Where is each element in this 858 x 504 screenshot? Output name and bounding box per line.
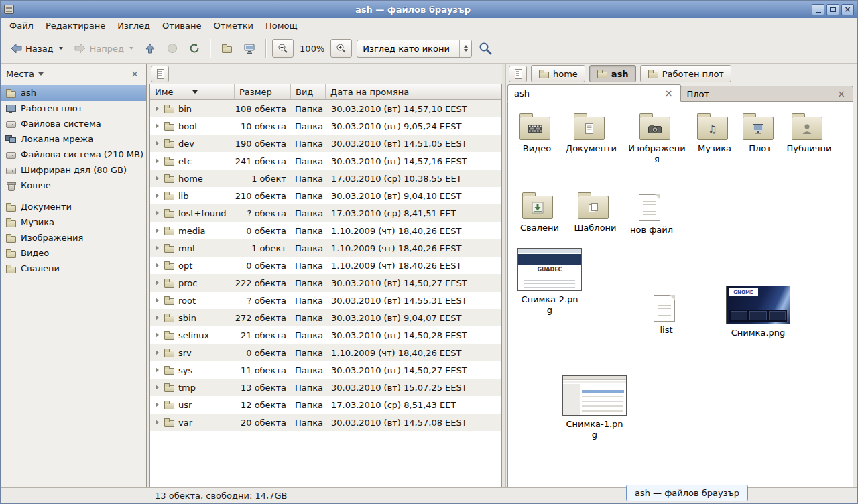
sidebar-item-music[interactable]: Музика	[1, 214, 146, 230]
table-row[interactable]: opt0 обектаПапка1.10.2009 (чт) 18,40,26 …	[150, 257, 501, 274]
computer-button[interactable]	[239, 40, 260, 58]
table-row[interactable]: selinux21 обектаПапка30.03.2010 (вт) 14,…	[150, 326, 501, 344]
table-row[interactable]: srv0 обектаПапка1.10.2009 (чт) 18,40,26 …	[150, 344, 501, 361]
menu-file[interactable]: Файл	[3, 19, 40, 32]
expander-icon[interactable]	[156, 350, 159, 355]
folder-item-documents[interactable]: Документи	[562, 113, 616, 154]
file-item-snimka[interactable]: GNOME Store Снимка.png	[721, 286, 795, 338]
expander-icon[interactable]	[156, 193, 159, 198]
menu-help[interactable]: Помощ	[259, 19, 304, 32]
table-row[interactable]: dev190 обектаПапка30.03.2010 (вт) 14,51,…	[150, 135, 501, 152]
table-row[interactable]: lost+found? обектаПапка17.03.2010 (ср) 8…	[150, 204, 501, 222]
table-row[interactable]: sbin272 обектаПапка30.03.2010 (вт) 9,04,…	[150, 309, 501, 326]
up-button[interactable]	[140, 40, 160, 57]
table-row[interactable]: tmp13 обектаПапка30.03.2010 (вт) 15,07,2…	[150, 379, 501, 396]
zoom-out-button[interactable]	[272, 39, 294, 58]
sidebar-item-downloads[interactable]: Свалени	[1, 261, 146, 276]
expander-icon[interactable]	[156, 141, 159, 146]
expander-icon[interactable]	[156, 106, 159, 111]
sidebar-item-documents[interactable]: Документи	[1, 199, 146, 214]
expander-icon[interactable]	[156, 210, 159, 216]
table-row[interactable]: bin108 обектаПапка30.03.2010 (вт) 14,57,…	[150, 100, 501, 117]
expander-icon[interactable]	[156, 420, 159, 425]
file-item-snimka1[interactable]: Снимка-1.png	[558, 375, 631, 441]
menu-edit[interactable]: Редактиране	[40, 19, 111, 32]
column-header-date[interactable]: Дата на промяна	[326, 84, 501, 100]
table-row[interactable]: boot10 обектаПапка30.03.2010 (вт) 9,05,2…	[150, 117, 501, 135]
table-row[interactable]: var20 обектаПапка30.03.2010 (вт) 14,57,0…	[150, 414, 501, 431]
search-button[interactable]	[474, 38, 497, 58]
tab-close-icon[interactable]: ×	[836, 89, 847, 99]
column-header-name[interactable]: Име	[150, 84, 235, 100]
menu-bookmarks[interactable]: Отметки	[207, 19, 259, 32]
sidebar-item-filesystem-210mb[interactable]: Файлова система (210 MB)	[1, 147, 146, 162]
back-button[interactable]: Назад	[5, 40, 68, 57]
column-header-type[interactable]: Вид	[291, 84, 326, 100]
table-row[interactable]: etc241 обектаПапка30.03.2010 (вт) 14,57,…	[150, 152, 501, 170]
file-item-snimka2[interactable]: GUADEC Снимка-2.png	[513, 248, 587, 316]
sidebar-item-videos[interactable]: Видео	[1, 245, 146, 261]
expander-icon[interactable]	[156, 332, 159, 338]
maximize-button[interactable]	[826, 4, 839, 15]
expander-icon[interactable]	[156, 280, 159, 286]
close-button[interactable]: ×	[841, 4, 854, 15]
table-row[interactable]: usr12 обектаПапка17.03.2010 (ср) 8,51,43…	[150, 396, 501, 414]
expander-icon[interactable]	[156, 245, 159, 251]
table-row[interactable]: sys11 обектаПапка30.03.2010 (вт) 14,50,2…	[150, 361, 501, 379]
table-row[interactable]: home1 обектПапка17.03.2010 (ср) 10,38,55…	[150, 170, 501, 187]
reload-button[interactable]	[184, 40, 204, 57]
file-item-new-file[interactable]: нов файл	[623, 192, 676, 235]
view-mode-select[interactable]: Изглед като икони	[357, 40, 472, 58]
expander-icon[interactable]	[156, 298, 159, 303]
table-row[interactable]: media0 обектаПапка1.10.2009 (чт) 18,40,2…	[150, 222, 501, 239]
sidebar-item-ash[interactable]: ash	[1, 85, 146, 101]
icon-view[interactable]: Видео Документи Изображения ♫ Музика Пло…	[507, 102, 853, 487]
chevron-down-icon[interactable]	[38, 72, 44, 76]
expander-icon[interactable]	[156, 263, 159, 268]
tab-close-icon[interactable]: ×	[664, 88, 674, 98]
folder-item-templates[interactable]: Шаблони	[566, 192, 620, 233]
folder-item-pictures[interactable]: Изображения	[628, 113, 682, 166]
column-header-size[interactable]: Размер	[235, 84, 291, 100]
folder-item-desktop[interactable]: Плот	[731, 113, 785, 154]
expander-icon[interactable]	[156, 402, 159, 407]
sidebar-item-filesystem[interactable]: Файлова система	[1, 116, 146, 131]
folder-item-video[interactable]: Видео	[508, 113, 562, 154]
tab-ash[interactable]: ash×	[507, 84, 681, 102]
breadcrumb-home[interactable]: home	[531, 65, 585, 82]
sidebar-item-encrypted[interactable]: Шифриран дял (80 GB)	[1, 162, 146, 178]
home-button[interactable]	[217, 40, 237, 57]
location-toggle-button[interactable]	[151, 66, 169, 82]
sidebar-close-icon[interactable]: ×	[129, 69, 141, 78]
breadcrumb-desktop[interactable]: Работен плот	[640, 65, 731, 82]
menu-go[interactable]: Отиване	[156, 19, 207, 32]
expander-icon[interactable]	[156, 367, 159, 373]
table-row[interactable]: proc222 обектаПапка30.03.2010 (вт) 14,50…	[150, 274, 501, 292]
expander-icon[interactable]	[156, 385, 159, 390]
location-toggle-button[interactable]	[509, 66, 527, 82]
expander-icon[interactable]	[156, 176, 159, 181]
sidebar-item-trash[interactable]: Кошче	[1, 178, 146, 193]
sidebar-item-network[interactable]: Локална мрежа	[1, 131, 146, 147]
titlebar[interactable]: ash — файлов браузър ×	[1, 1, 857, 18]
sidebar-item-desktop[interactable]: Работен плот	[1, 101, 146, 116]
expander-icon[interactable]	[156, 228, 159, 233]
folder-item-public[interactable]: Публични	[780, 113, 834, 154]
expander-icon[interactable]	[156, 158, 159, 164]
zoom-in-button[interactable]	[330, 39, 352, 58]
tab-plot[interactable]: Плот×	[681, 86, 854, 102]
forward-button[interactable]: Напред	[70, 40, 138, 57]
expander-icon[interactable]	[156, 315, 159, 320]
table-row[interactable]: mnt1 обектПапка1.10.2009 (чт) 18,40,26 E…	[150, 239, 501, 257]
menu-view[interactable]: Изглед	[111, 19, 156, 32]
file-item-list[interactable]: list	[637, 292, 691, 336]
table-row[interactable]: lib210 обектаПапка30.03.2010 (вт) 9,04,1…	[150, 187, 501, 204]
table-row[interactable]: root? обектаПапка30.03.2010 (вт) 14,55,3…	[150, 292, 501, 309]
sidebar-title[interactable]: Места	[6, 69, 34, 79]
stop-button[interactable]	[162, 40, 182, 57]
expander-icon[interactable]	[156, 123, 159, 129]
sidebar-item-pictures[interactable]: Изображения	[1, 230, 146, 245]
minimize-button[interactable]	[812, 4, 824, 15]
breadcrumb-ash[interactable]: ash	[589, 65, 636, 82]
folder-item-downloads[interactable]: Свалени	[511, 192, 564, 233]
